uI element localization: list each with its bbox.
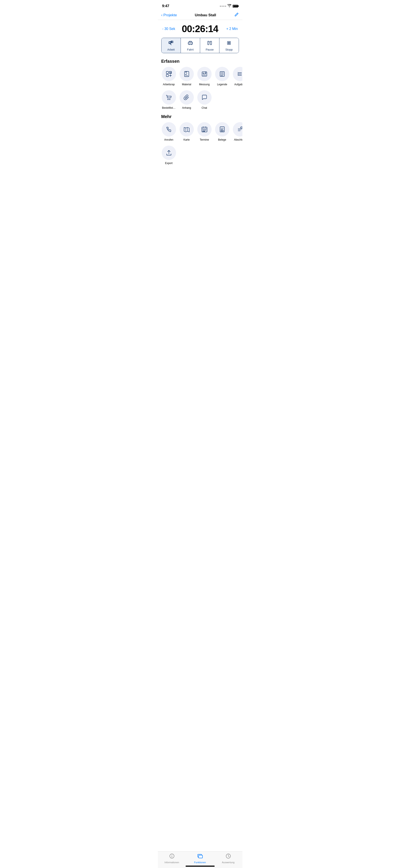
arbeit-label: Arbeit <box>167 48 175 51</box>
anrufen-item[interactable]: Anrufen <box>161 122 176 141</box>
svg-text:3: 3 <box>238 74 238 76</box>
arbeit-icon <box>168 40 174 47</box>
mode-stopp-button[interactable]: Stopp <box>220 38 238 53</box>
legende-item[interactable]: Legende <box>214 67 230 86</box>
status-icons <box>220 4 238 8</box>
belege-circle <box>215 122 229 136</box>
mehr-heading: Mehr <box>158 112 242 120</box>
aufgaben-label: Aufgaben <box>234 83 242 86</box>
page-title: Umbau Stall <box>195 13 216 18</box>
export-circle <box>162 146 176 160</box>
mode-arbeit-button[interactable]: Arbeit <box>162 38 181 53</box>
termine-label: Termine <box>200 138 209 141</box>
svg-rect-9 <box>229 42 230 44</box>
abschluss-item[interactable]: Abschluss <box>232 122 242 141</box>
bestellliste-label: Bestelllist… <box>162 106 176 110</box>
svg-point-19 <box>168 99 168 100</box>
svg-rect-8 <box>228 42 229 44</box>
svg-rect-25 <box>203 131 204 132</box>
messung-item[interactable]: Messung <box>197 67 212 86</box>
bestellliste-circle <box>162 90 176 104</box>
legende-label: Legende <box>217 83 227 86</box>
erfassen-row2: Bestelllist… Anhang Chat <box>158 89 242 112</box>
svg-rect-22 <box>203 129 204 130</box>
svg-rect-14 <box>202 72 207 76</box>
material-label: Material <box>182 83 191 86</box>
svg-point-4 <box>191 44 192 45</box>
fahrt-icon <box>188 40 193 47</box>
mode-buttons: Arbeit Fahrt <box>161 38 239 53</box>
back-button[interactable]: ‹ Projekte <box>161 13 177 18</box>
karte-circle <box>179 122 194 136</box>
minus-30s-button[interactable]: - 30 Sek <box>162 27 177 31</box>
pause-icon <box>207 40 212 47</box>
pause-label: Pause <box>206 48 214 51</box>
messung-label: Messung <box>199 83 210 86</box>
mode-pause-button[interactable]: Pause <box>200 38 220 53</box>
arbeitsrap-item[interactable]: Arbeitsrap <box>161 67 176 86</box>
anrufen-label: Anrufen <box>164 138 173 141</box>
plus-2min-button[interactable]: + 2 Min <box>223 27 238 31</box>
erfassen-row1: Arbeitsrap Material <box>158 65 242 89</box>
edit-icon[interactable] <box>234 12 239 18</box>
mehr-row1: Anrufen Karte <box>158 120 242 144</box>
svg-point-3 <box>189 44 190 45</box>
arbeitsrap-circle <box>162 67 176 81</box>
svg-point-29 <box>240 127 242 129</box>
abschluss-label: Abschluss <box>234 138 242 141</box>
erfassen-heading: Erfassen <box>158 57 242 65</box>
svg-rect-28 <box>221 130 224 131</box>
mode-fahrt-button[interactable]: Fahrt <box>181 38 200 53</box>
chat-item[interactable]: Chat <box>197 90 212 110</box>
belege-label: Belege <box>218 138 226 141</box>
anhang-item[interactable]: Anhang <box>179 90 194 110</box>
status-time: 9:47 <box>162 4 169 8</box>
svg-rect-23 <box>204 129 205 130</box>
battery-icon <box>233 5 238 8</box>
anhang-circle <box>179 90 194 104</box>
timer-display: 00:26:14 <box>182 24 218 34</box>
status-bar: 9:47 <box>158 0 242 10</box>
material-item[interactable]: Material <box>179 67 194 86</box>
termine-circle <box>197 122 211 136</box>
aufgaben-circle: 1 2 3 <box>233 67 242 81</box>
svg-rect-26 <box>204 131 205 132</box>
chevron-left-icon: ‹ <box>161 13 163 18</box>
svg-rect-7 <box>227 41 230 44</box>
termine-item[interactable]: Termine <box>197 122 212 141</box>
anhang-label: Anhang <box>182 106 191 110</box>
chat-label: Chat <box>202 106 207 110</box>
anrufen-circle <box>162 122 176 136</box>
back-label: Projekte <box>164 13 177 18</box>
aufgaben-item[interactable]: 1 2 3 Aufgaben <box>232 67 242 86</box>
timer-section: - 30 Sek 00:26:14 + 2 Min <box>158 20 242 36</box>
svg-rect-24 <box>205 129 206 130</box>
stopp-label: Stopp <box>225 48 233 51</box>
export-item[interactable]: Export <box>161 146 176 165</box>
karte-item[interactable]: Karte <box>179 122 194 141</box>
stopp-icon <box>226 40 232 47</box>
legende-circle <box>215 67 229 81</box>
chat-circle <box>197 90 211 104</box>
material-circle <box>179 67 194 81</box>
karte-label: Karte <box>184 138 190 141</box>
svg-point-20 <box>169 99 170 100</box>
fahrt-label: Fahrt <box>187 48 194 51</box>
belege-item[interactable]: Belege <box>214 122 230 141</box>
bestellliste-item[interactable]: Bestelllist… <box>161 90 176 110</box>
export-label: Export <box>165 162 173 165</box>
svg-rect-10 <box>166 71 168 73</box>
svg-rect-12 <box>166 74 168 76</box>
signal-icon <box>220 6 226 7</box>
mehr-row2: Export <box>158 144 242 167</box>
arbeitsrap-label: Arbeitsrap <box>163 83 175 86</box>
abschluss-circle <box>233 122 242 136</box>
wifi-icon <box>227 4 231 8</box>
messung-circle <box>197 67 211 81</box>
nav-bar: ‹ Projekte Umbau Stall <box>158 10 242 20</box>
